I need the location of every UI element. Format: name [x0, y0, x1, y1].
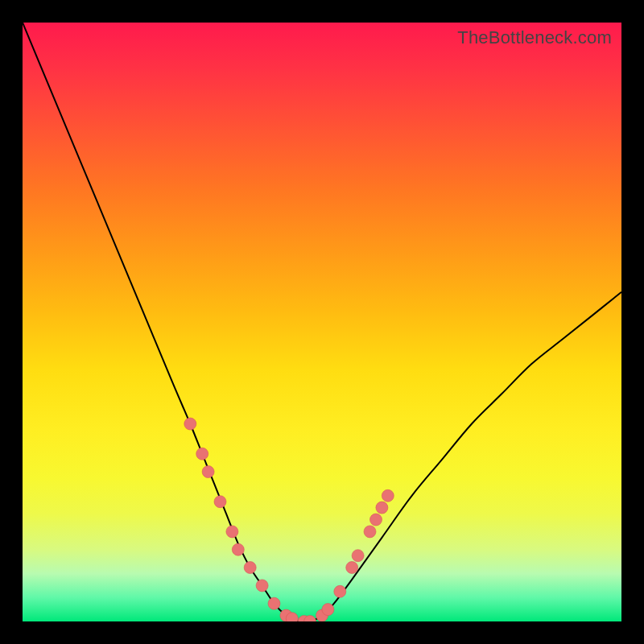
- marker-dot: [196, 448, 208, 460]
- marker-dot: [316, 609, 328, 621]
- bottleneck-curve: [23, 23, 621, 621]
- marker-dot: [346, 562, 358, 574]
- marker-dot: [364, 526, 376, 538]
- marker-dot: [184, 418, 196, 430]
- marker-dot: [214, 496, 226, 508]
- marker-dot: [304, 616, 316, 622]
- marker-dot: [226, 526, 238, 538]
- marker-dot: [352, 550, 364, 562]
- marker-dot: [322, 604, 334, 616]
- marker-dot: [280, 609, 292, 621]
- marker-dot: [298, 616, 310, 622]
- marker-dot: [376, 502, 388, 514]
- marker-dot: [232, 543, 244, 555]
- chart-frame: TheBottleneck.com: [0, 0, 644, 644]
- plot-area: TheBottleneck.com: [23, 23, 621, 621]
- marker-dot: [256, 580, 268, 592]
- curve-markers: [184, 418, 394, 621]
- marker-dot: [268, 597, 280, 609]
- marker-dot: [370, 514, 382, 526]
- marker-dot: [334, 585, 346, 597]
- marker-dot: [202, 466, 214, 478]
- marker-dot: [244, 562, 256, 574]
- watermark-text: TheBottleneck.com: [457, 27, 612, 48]
- curve-svg: [23, 23, 621, 621]
- marker-dot: [382, 489, 394, 502]
- marker-dot: [286, 613, 298, 621]
